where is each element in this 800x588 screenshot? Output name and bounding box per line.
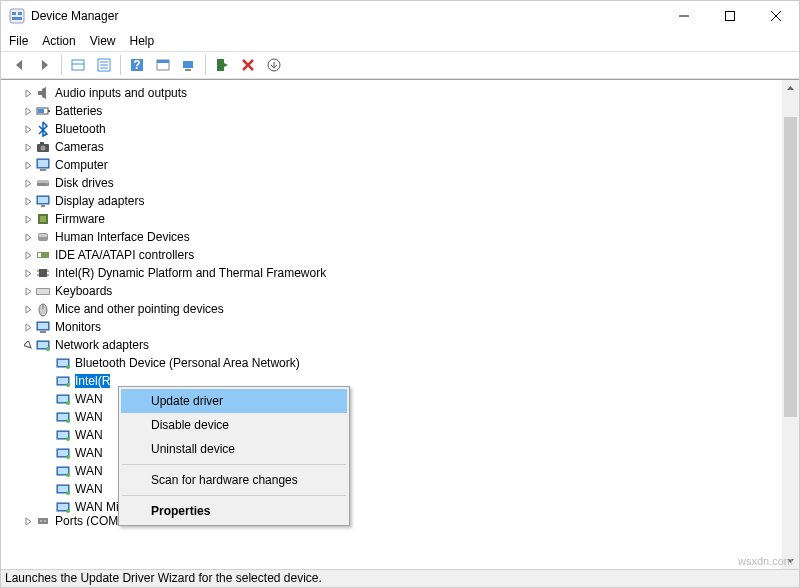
tree-device[interactable]: Bluetooth Device (Personal Area Network) xyxy=(55,354,799,372)
action-button[interactable] xyxy=(151,53,175,77)
menu-help[interactable]: Help xyxy=(130,34,155,48)
collapse-twisty-icon[interactable] xyxy=(21,269,35,278)
svg-rect-62 xyxy=(217,59,224,71)
collapse-twisty-icon[interactable] xyxy=(21,107,35,116)
tree-category[interactable]: IDE ATA/ATAPI controllers xyxy=(1,246,799,264)
collapse-twisty-icon[interactable] xyxy=(21,143,35,152)
network-icon xyxy=(55,391,71,407)
minimize-button[interactable] xyxy=(661,1,707,31)
context-menu: Update driverDisable deviceUninstall dev… xyxy=(118,386,350,526)
tree-category[interactable]: Disk drives xyxy=(1,174,799,192)
expand-twisty-icon[interactable] xyxy=(21,341,35,350)
collapse-twisty-icon[interactable] xyxy=(21,89,35,98)
update-button[interactable] xyxy=(262,53,286,77)
bluetooth-icon xyxy=(35,121,51,137)
show-hidden-button[interactable] xyxy=(66,53,90,77)
tree-label: Keyboards xyxy=(55,284,112,298)
close-button[interactable] xyxy=(753,1,799,31)
collapse-twisty-icon[interactable] xyxy=(21,179,35,188)
uninstall-button[interactable] xyxy=(236,53,260,77)
tree-label: Computer xyxy=(55,158,108,172)
collapse-twisty-icon[interactable] xyxy=(21,125,35,134)
context-menu-separator xyxy=(122,495,346,496)
tree-category[interactable]: Batteries xyxy=(1,102,799,120)
collapse-twisty-icon[interactable] xyxy=(21,197,35,206)
collapse-twisty-icon[interactable] xyxy=(21,287,35,296)
tree-label: WAN xyxy=(75,410,103,424)
context-menu-item[interactable]: Update driver xyxy=(121,389,347,413)
context-menu-label: Disable device xyxy=(151,418,229,432)
scan-button[interactable] xyxy=(177,53,201,77)
tree-category[interactable]: Firmware xyxy=(1,210,799,228)
tree-label: WAN xyxy=(75,392,103,406)
toolbar: ? xyxy=(1,51,799,79)
collapse-twisty-icon[interactable] xyxy=(21,305,35,314)
firmware-icon xyxy=(35,211,51,227)
tree-label: Monitors xyxy=(55,320,101,334)
context-menu-label: Uninstall device xyxy=(151,442,235,456)
tree-label: WAN xyxy=(75,428,103,442)
network-icon xyxy=(55,373,71,389)
scroll-thumb[interactable] xyxy=(784,117,797,417)
tree-label: Network adapters xyxy=(55,338,149,352)
tree-label: Bluetooth xyxy=(55,122,106,136)
menu-action[interactable]: Action xyxy=(42,34,75,48)
tree-category[interactable]: Display adapters xyxy=(1,192,799,210)
tree-category[interactable]: Cameras xyxy=(1,138,799,156)
tree-category[interactable]: Bluetooth xyxy=(1,120,799,138)
collapse-twisty-icon[interactable] xyxy=(21,517,35,526)
disk-icon xyxy=(35,175,51,191)
maximize-button[interactable] xyxy=(707,1,753,31)
collapse-twisty-icon[interactable] xyxy=(21,161,35,170)
tree-category[interactable]: Keyboards xyxy=(1,282,799,300)
hid-icon xyxy=(35,229,51,245)
svg-rect-61 xyxy=(185,69,191,71)
tree-label: Display adapters xyxy=(55,194,144,208)
svg-rect-60 xyxy=(183,61,193,68)
svg-rect-50 xyxy=(72,60,84,70)
tree-category[interactable]: Intel(R) Dynamic Platform and Thermal Fr… xyxy=(1,264,799,282)
tree-label: Batteries xyxy=(55,104,102,118)
collapse-twisty-icon[interactable] xyxy=(21,233,35,242)
collapse-twisty-icon[interactable] xyxy=(21,215,35,224)
display-icon xyxy=(35,193,51,209)
enable-button[interactable] xyxy=(210,53,234,77)
network-icon xyxy=(55,427,71,443)
context-menu-label: Properties xyxy=(151,504,210,518)
context-menu-item[interactable]: Uninstall device xyxy=(121,437,347,461)
tree-category[interactable]: Mice and other pointing devices xyxy=(1,300,799,318)
tree-category[interactable]: Human Interface Devices xyxy=(1,228,799,246)
context-menu-item[interactable]: Disable device xyxy=(121,413,347,437)
network-icon xyxy=(35,337,51,353)
window-title: Device Manager xyxy=(31,9,661,23)
status-bar: Launches the Update Driver Wizard for th… xyxy=(1,569,799,587)
back-button[interactable] xyxy=(7,53,31,77)
collapse-twisty-icon[interactable] xyxy=(21,323,35,332)
port-icon xyxy=(35,516,51,526)
context-menu-item[interactable]: Scan for hardware changes xyxy=(121,468,347,492)
tree-label: Bluetooth Device (Personal Area Network) xyxy=(75,356,300,370)
vertical-scrollbar[interactable] xyxy=(782,80,799,569)
tree-label: Intel(R xyxy=(75,374,110,388)
tree-label: Human Interface Devices xyxy=(55,230,190,244)
context-menu-label: Update driver xyxy=(151,394,223,408)
tree-category[interactable]: Computer xyxy=(1,156,799,174)
help-button[interactable]: ? xyxy=(125,53,149,77)
tree-category[interactable]: Network adapters xyxy=(1,336,799,354)
forward-button[interactable] xyxy=(33,53,57,77)
tree-category[interactable]: Audio inputs and outputs xyxy=(1,84,799,102)
tree-pane: Audio inputs and outputsBatteriesBluetoo… xyxy=(1,79,799,569)
tree-label: Cameras xyxy=(55,140,104,154)
tree-label: WAN xyxy=(75,464,103,478)
tree-category[interactable]: Monitors xyxy=(1,318,799,336)
menu-view[interactable]: View xyxy=(90,34,116,48)
computer-icon xyxy=(35,157,51,173)
network-icon xyxy=(55,463,71,479)
scroll-up-button[interactable] xyxy=(782,80,799,97)
menu-file[interactable]: File xyxy=(9,34,28,48)
collapse-twisty-icon[interactable] xyxy=(21,251,35,260)
context-menu-item[interactable]: Properties xyxy=(121,499,347,523)
properties-button[interactable] xyxy=(92,53,116,77)
mouse-icon xyxy=(35,301,51,317)
tree-label: Audio inputs and outputs xyxy=(55,86,187,100)
